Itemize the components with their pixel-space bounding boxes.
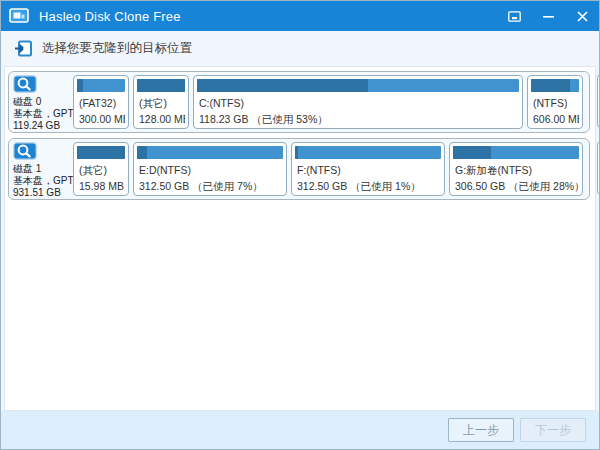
partition-label: E:D(NTFS) (139, 164, 191, 176)
partition-label: (其它) (79, 164, 107, 178)
disk-info: 磁盘 0 基本盘，GPT 119.24 GB (9, 72, 73, 132)
disk-type: 基本盘，GPT (13, 175, 73, 187)
disk-size: 931.51 GB (13, 187, 73, 199)
partition-label: G:新加卷(NTFS) (455, 164, 532, 178)
partition-size: 128.00 MB (139, 113, 185, 125)
partition-usage-bar (295, 146, 441, 159)
partition-box[interactable]: G:新加卷(NTFS) 306.50 GB （已使用 28%） (449, 142, 583, 196)
partition-size: 606.00 MB ... (533, 113, 579, 125)
disk-size: 119.24 GB (13, 120, 73, 132)
step-header: 选择您要克隆到的目标位置 (1, 31, 599, 66)
partition-label: (NTFS) (533, 97, 567, 109)
partition-used-bar (197, 79, 368, 92)
partition-label: (其它) (139, 97, 167, 111)
partition-label: F:(NTFS) (297, 164, 341, 176)
partition-used-bar (77, 79, 83, 92)
partition-size: 300.00 MB ... (79, 113, 125, 125)
disk-name: 磁盘 1 (13, 163, 73, 175)
step-title: 选择您要克隆到的目标位置 (42, 40, 192, 57)
disk-info: 磁盘 1 基本盘，GPT 931.51 GB (9, 139, 73, 199)
menu-icon (508, 11, 521, 22)
window-title: Hasleo Disk Clone Free (39, 9, 181, 24)
disk-row-wrap: 磁盘 0 基本盘，GPT 119.24 GB (FAT32) 300.00 MB… (7, 71, 600, 134)
disk-row[interactable]: 磁盘 1 基本盘，GPT 931.51 GB (其它) 15.98 MB E:D… (8, 138, 590, 200)
back-button[interactable]: 上一步 (448, 418, 514, 442)
partition-used-bar (77, 146, 125, 159)
partition-used-bar (137, 79, 185, 92)
partition-box[interactable]: F:(NTFS) 312.50 GB （已使用 1%） (291, 142, 445, 196)
partition-list: (其它) 15.98 MB E:D(NTFS) 312.50 GB （已使用 7… (73, 139, 583, 199)
partition-usage-bar (453, 146, 579, 159)
partition-box[interactable]: (NTFS) 606.00 MB ... (527, 75, 583, 129)
minimize-button[interactable] (531, 1, 565, 31)
disk-icon (13, 75, 37, 93)
partition-label: (FAT32) (79, 97, 116, 109)
partition-used-bar (295, 146, 298, 159)
menu-button[interactable] (497, 1, 531, 31)
partition-size: 118.23 GB （已使用 53%） (199, 113, 328, 127)
minimize-icon (543, 11, 554, 22)
partition-size: 312.50 GB （已使用 7%） (139, 180, 263, 194)
partition-size: 15.98 MB (79, 180, 124, 192)
partition-used-bar (137, 146, 147, 159)
disk-icon (13, 142, 37, 160)
disk-name: 磁盘 0 (13, 96, 73, 108)
disk-type: 基本盘，GPT (13, 108, 73, 120)
partition-used-bar (453, 146, 491, 159)
partition-usage-bar (137, 79, 185, 92)
partition-usage-bar (197, 79, 519, 92)
disk-list: 磁盘 0 基本盘，GPT 119.24 GB (FAT32) 300.00 MB… (7, 71, 600, 205)
partition-usage-bar (77, 79, 125, 92)
partition-box[interactable]: E:D(NTFS) 312.50 GB （已使用 7%） (133, 142, 287, 196)
title-bar: Hasleo Disk Clone Free (1, 1, 599, 31)
partition-size: 312.50 GB （已使用 1%） (297, 180, 421, 194)
partition-size: 306.50 GB （已使用 28%） (455, 180, 579, 194)
partition-box[interactable]: (FAT32) 300.00 MB ... (73, 75, 129, 129)
partition-box[interactable]: (其它) 128.00 MB (133, 75, 189, 129)
partition-box[interactable]: (其它) 15.98 MB (73, 142, 129, 196)
partition-usage-bar (137, 146, 283, 159)
footer-bar: 上一步 下一步 (1, 411, 599, 449)
disk-row[interactable]: 磁盘 0 基本盘，GPT 119.24 GB (FAT32) 300.00 MB… (8, 71, 590, 133)
partition-usage-bar (531, 79, 579, 92)
next-button[interactable]: 下一步 (520, 418, 586, 442)
disk-row-wrap: 磁盘 1 基本盘，GPT 931.51 GB (其它) 15.98 MB E:D… (7, 138, 600, 201)
target-location-icon (15, 40, 32, 57)
main-panel: 磁盘 0 基本盘，GPT 119.24 GB (FAT32) 300.00 MB… (4, 66, 596, 411)
close-icon (577, 11, 588, 22)
partition-usage-bar (77, 146, 125, 159)
close-button[interactable] (565, 1, 599, 31)
app-icon (9, 8, 29, 24)
partition-label: C:(NTFS) (199, 97, 244, 109)
partition-used-bar (531, 79, 570, 92)
partition-box[interactable]: C:(NTFS) 118.23 GB （已使用 53%） (193, 75, 523, 129)
partition-list: (FAT32) 300.00 MB ... (其它) 128.00 MB C:(… (73, 72, 583, 132)
